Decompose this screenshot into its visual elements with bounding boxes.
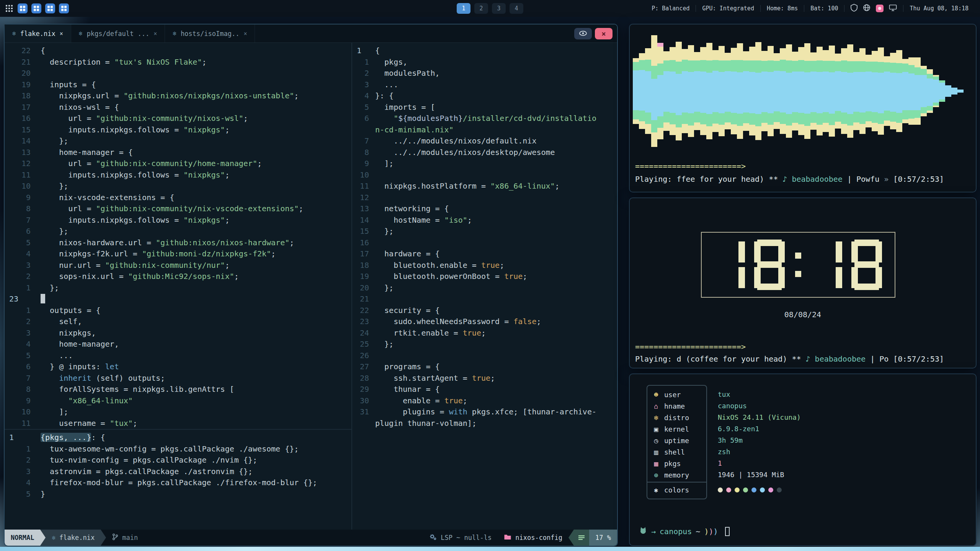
lsp-status: LSP ~ null-ls bbox=[423, 530, 498, 546]
gpu-status[interactable]: GPU: Integrated bbox=[696, 5, 760, 12]
code-line: 27 programs = { bbox=[352, 361, 617, 373]
nix-file-icon: ❄ bbox=[12, 30, 16, 37]
tab-pkgs-default[interactable]: ❄ pkgs/default ... × bbox=[71, 24, 165, 42]
fetch-row: ▣kernel bbox=[647, 423, 706, 435]
fetch-value: tux bbox=[718, 389, 801, 400]
tab-close-icon[interactable]: × bbox=[60, 30, 63, 37]
tray bbox=[844, 4, 903, 13]
prompt-arrow: → bbox=[651, 527, 656, 536]
code-line: 31 plugins = with pkgs.xfce; [thunar-arc… bbox=[352, 406, 617, 418]
code-line: 3 nur.url = "github:nix-community/nur"; bbox=[5, 260, 351, 271]
code-line: 1{pkgs, ...}: { bbox=[5, 432, 351, 443]
tag-4[interactable]: 4 bbox=[510, 3, 523, 14]
globe-icon[interactable] bbox=[863, 4, 871, 13]
neovim-window: ❄ flake.nix × ❄ pkgs/default ... × ❄ hos… bbox=[4, 24, 618, 546]
window-close-button[interactable]: × bbox=[595, 28, 612, 39]
terminal-cursor bbox=[725, 527, 730, 536]
display-icon[interactable] bbox=[889, 4, 897, 13]
visualizer-bar bbox=[890, 53, 896, 129]
code-line: 28 ssh.startAgent = true; bbox=[352, 373, 617, 384]
fetch-row: ◷uptime bbox=[647, 435, 706, 446]
code-line: 14 }; bbox=[5, 135, 351, 147]
code-line: 10 ]; bbox=[5, 406, 351, 418]
code-line: 5 nixos-hardware.url = "github:nixos/nix… bbox=[5, 237, 351, 249]
code-line: 13 networking = { bbox=[352, 203, 617, 215]
tab-hosts-isoimage[interactable]: ❄ hosts/isoImag.. × bbox=[165, 24, 255, 42]
code-line: 4}: { bbox=[352, 90, 617, 102]
code-line: 30 enable = true; bbox=[352, 395, 617, 407]
code-line: 21 description = "tux's NixOS Flake"; bbox=[5, 57, 351, 68]
screenshot-app-icon[interactable] bbox=[876, 5, 884, 12]
statusline-file: ❄ flake.nix bbox=[46, 530, 101, 546]
visualizer-bar bbox=[915, 57, 921, 125]
kernel-icon: ▣ bbox=[652, 425, 660, 433]
code-line: 8 forAllSystems = nixpkgs.lib.genAttrs [ bbox=[5, 384, 351, 395]
code-line: 23 bbox=[5, 293, 351, 305]
tab-close-icon[interactable]: × bbox=[243, 30, 247, 37]
pane-left-main[interactable]: 22{21 description = "tux's NixOS Flake";… bbox=[5, 43, 351, 429]
code-line: 10 }; bbox=[5, 181, 351, 192]
visualizer-bar bbox=[706, 43, 712, 139]
code-line: 1{ bbox=[352, 45, 617, 57]
code-line: 21 bbox=[352, 293, 617, 305]
code-line: 3 ... bbox=[352, 79, 617, 91]
visualizer-bar bbox=[719, 46, 725, 136]
shield-icon[interactable] bbox=[851, 4, 858, 13]
dock-app-icon[interactable] bbox=[59, 3, 69, 13]
code-line: 19 bluetooth.powerOnBoot = true; bbox=[352, 271, 617, 282]
visualizer-bar bbox=[896, 50, 902, 132]
code-line: 3 nixpkgs, bbox=[5, 328, 351, 339]
tag-1[interactable]: 1 bbox=[457, 3, 470, 14]
clock-digit bbox=[812, 240, 842, 290]
nix-file-icon: ❄ bbox=[173, 30, 176, 37]
clock-window: 08/08/24 =======================> Playin… bbox=[629, 197, 977, 368]
visualizer-bar bbox=[768, 46, 774, 136]
visualizer-bar bbox=[957, 90, 964, 93]
fetch-terminal-window[interactable]: ☻user⌂hname❄distro▣kernel◷uptime▥shell▦p… bbox=[629, 373, 977, 546]
memory-icon: ⊕ bbox=[652, 471, 660, 479]
dock-app-icon[interactable] bbox=[31, 3, 41, 13]
project-indicator: nixos-config bbox=[498, 530, 568, 546]
visualizer-bar bbox=[810, 52, 817, 130]
code-line: 5 ... bbox=[5, 350, 351, 362]
visualizer-bar bbox=[676, 42, 682, 140]
fetch-value: NixOS 24.11 (Vicuna) bbox=[718, 412, 801, 423]
code-line: 4 home-manager, bbox=[5, 339, 351, 350]
eye-icon bbox=[579, 30, 587, 37]
shell-prompt[interactable]: → canopus ~ ) ) ) bbox=[639, 527, 730, 536]
code-line: 20 bbox=[5, 68, 351, 79]
battery-status[interactable]: Bat: 100 bbox=[804, 5, 844, 12]
clock-digit bbox=[714, 240, 745, 290]
visualizer-bar bbox=[645, 48, 651, 134]
dock-app-icon[interactable] bbox=[18, 3, 28, 13]
dock-app-icon[interactable] bbox=[45, 3, 55, 13]
visualizer-bar bbox=[712, 50, 719, 132]
tag-2[interactable]: 2 bbox=[474, 3, 488, 14]
fetch-value: canopus bbox=[718, 400, 801, 412]
window-pin-button[interactable] bbox=[574, 28, 592, 39]
pane-right[interactable]: 1{1 pkgs,2 modulesPath,3 ...4}: {5 impor… bbox=[352, 43, 617, 530]
tag-3[interactable]: 3 bbox=[492, 3, 506, 14]
visualizer-bar bbox=[737, 43, 743, 139]
visualizer-bar bbox=[921, 66, 927, 116]
palette-icon: ✱ bbox=[652, 486, 660, 494]
vim-mode: NORMAL bbox=[5, 530, 40, 546]
code-line: 15 }; bbox=[352, 226, 617, 237]
clock-widget[interactable]: Thu Aug 08, 18:18 bbox=[903, 5, 975, 12]
power-profile[interactable]: P: Balanced bbox=[645, 5, 696, 12]
code-line: 1 tux-awesome-wm-config = pkgs.callPacka… bbox=[5, 443, 351, 455]
visualizer-bar bbox=[694, 52, 700, 130]
tab-close-icon[interactable]: × bbox=[154, 30, 157, 37]
code-line: 15 inputs.nixpkgs.follows = "nixpkgs"; bbox=[5, 124, 351, 136]
wallpaper-strip bbox=[0, 547, 980, 551]
fetch-value: 6.9.8-zen1 bbox=[718, 423, 801, 435]
fetch-value: 1 bbox=[718, 458, 801, 469]
launcher-icon[interactable] bbox=[5, 5, 13, 12]
now-playing: Playing: d (coffee for your head) ** ♪ b… bbox=[635, 354, 944, 364]
code-line: 22{ bbox=[5, 45, 351, 57]
pane-left-split[interactable]: 1{pkgs, ...}: {1 tux-awesome-wm-config =… bbox=[5, 429, 351, 530]
tab-flake-nix[interactable]: ❄ flake.nix × bbox=[5, 24, 71, 42]
code-line: 17 nixos-wsl = { bbox=[5, 102, 351, 113]
code-line: 29 thunar = { bbox=[352, 384, 617, 395]
ping-status[interactable]: Home: 8ms bbox=[761, 5, 804, 12]
